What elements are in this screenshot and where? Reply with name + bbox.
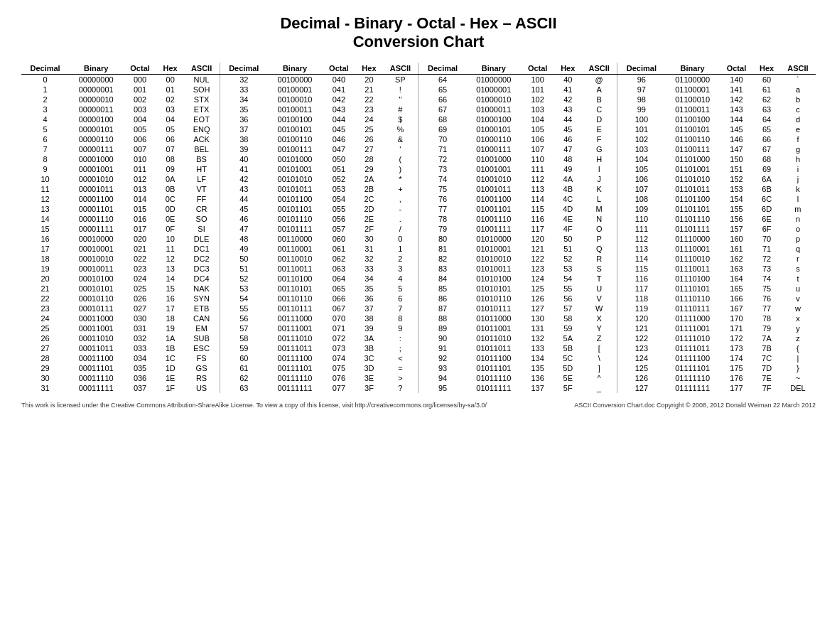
table-cell: 81 <box>418 244 467 254</box>
table-cell: 165 <box>720 284 754 294</box>
table-cell: 46 <box>554 134 581 144</box>
table-cell: 18 <box>157 313 184 323</box>
table-cell: 00011010 <box>69 333 123 343</box>
table-cell: 121 <box>521 244 555 254</box>
table-cell: 00011001 <box>69 323 123 333</box>
table-cell: 153 <box>720 184 754 194</box>
table-cell: 33 <box>220 85 268 95</box>
table-cell: 27 <box>356 144 383 154</box>
table-cell: 16 <box>157 294 184 304</box>
table-cell: 5A <box>554 333 581 343</box>
table-cell: 56 <box>220 313 268 323</box>
table-cell: 175 <box>720 363 754 373</box>
table-cell: 113 <box>617 244 666 254</box>
table-cell: 71 <box>418 144 467 154</box>
table-cell: 01100101 <box>666 124 720 134</box>
table-cell: 110 <box>617 214 666 224</box>
table-row: 40000010000404EOT360010010004424$6801000… <box>21 114 816 124</box>
table-cell: 001 <box>123 85 157 95</box>
table-cell: SP <box>382 75 418 85</box>
table-cell: 00011000 <box>69 313 123 323</box>
table-cell: 39 <box>356 323 383 333</box>
table-cell: 04 <box>157 114 184 124</box>
table-cell: 111 <box>521 164 555 174</box>
table-cell: 005 <box>123 124 157 134</box>
table-cell: 4 <box>21 114 69 124</box>
table-cell: 66 <box>418 95 467 104</box>
table-cell: 42 <box>554 95 581 104</box>
table-cell: 01001011 <box>467 184 521 194</box>
table-cell: 76 <box>418 194 467 204</box>
table-cell: 126 <box>617 373 666 383</box>
table-cell: 01011110 <box>467 373 521 383</box>
table-cell: ] <box>581 363 617 373</box>
table-cell: s <box>780 264 816 274</box>
table-cell: 113 <box>521 184 555 194</box>
table-cell: 2D <box>356 204 383 214</box>
table-cell: u <box>780 284 816 294</box>
table-cell: 78 <box>753 313 780 323</box>
table-cell: @ <box>581 75 617 85</box>
table-cell: 4F <box>554 224 581 234</box>
table-cell: BEL <box>184 144 220 154</box>
table-row: 20000001000202STX340010001004222"6601000… <box>21 95 816 104</box>
table-cell: 01 <box>157 85 184 95</box>
table-cell: 5 <box>382 284 418 294</box>
table-cell: 00011111 <box>69 383 123 393</box>
table-cell: 071 <box>322 323 356 333</box>
table-cell: 0F <box>157 224 184 234</box>
table-cell: 92 <box>418 353 467 363</box>
table-cell: L <box>581 194 617 204</box>
table-cell: 01101000 <box>666 154 720 164</box>
table-cell: 106 <box>521 134 555 144</box>
table-cell: 01100010 <box>666 95 720 104</box>
table-cell: 00010010 <box>69 254 123 264</box>
table-cell: | <box>780 353 816 363</box>
table-cell: 16 <box>21 234 69 244</box>
table-cell: 151 <box>720 164 754 174</box>
table-cell: 032 <box>123 333 157 343</box>
table-cell: 125 <box>617 363 666 373</box>
table-cell: 49 <box>220 244 268 254</box>
table-cell: 00110000 <box>268 234 322 244</box>
table-cell: 161 <box>720 244 754 254</box>
table-cell: 174 <box>720 353 754 363</box>
table-cell: DC2 <box>184 254 220 264</box>
table-cell: 01010110 <box>467 294 521 304</box>
table-cell: 01010001 <box>467 244 521 254</box>
table-cell: 01110100 <box>666 274 720 284</box>
table-cell: 00111001 <box>268 323 322 333</box>
col-ascii-1: ASCII <box>184 63 220 75</box>
table-cell: 30 <box>21 373 69 383</box>
table-cell: x <box>780 313 816 323</box>
table-cell: 14 <box>21 214 69 224</box>
table-cell: 5B <box>554 343 581 353</box>
table-cell: 24 <box>21 313 69 323</box>
table-cell: 037 <box>123 383 157 393</box>
table-cell: l <box>780 194 816 204</box>
table-cell: 043 <box>322 104 356 114</box>
table-cell: 85 <box>418 284 467 294</box>
table-cell: SUB <box>184 333 220 343</box>
table-cell: 121 <box>617 323 666 333</box>
table-cell: 122 <box>521 254 555 264</box>
table-cell: 00001111 <box>69 224 123 234</box>
table-cell: O <box>581 224 617 234</box>
table-cell: 0A <box>157 174 184 184</box>
table-cell: 80 <box>418 234 467 244</box>
table-cell: 00111010 <box>268 333 322 343</box>
table-cell: w <box>780 304 816 313</box>
table-cell: 29 <box>21 363 69 373</box>
table-cell: 34 <box>220 95 268 104</box>
table-row: 26000110100321ASUB58001110100723A:900101… <box>21 333 816 343</box>
table-cell: 042 <box>322 95 356 104</box>
table-cell: 57 <box>220 323 268 333</box>
table-cell: 154 <box>720 194 754 204</box>
table-cell: 00111000 <box>268 313 322 323</box>
table-cell: } <box>780 363 816 373</box>
table-cell: i <box>780 164 816 174</box>
table-row: 30000111100361ERS62001111100763E>9401011… <box>21 373 816 383</box>
table-cell: 022 <box>123 254 157 264</box>
table-cell: 15 <box>157 284 184 294</box>
page: Decimal - Binary - Octal - Hex – ASCII C… <box>0 0 837 416</box>
